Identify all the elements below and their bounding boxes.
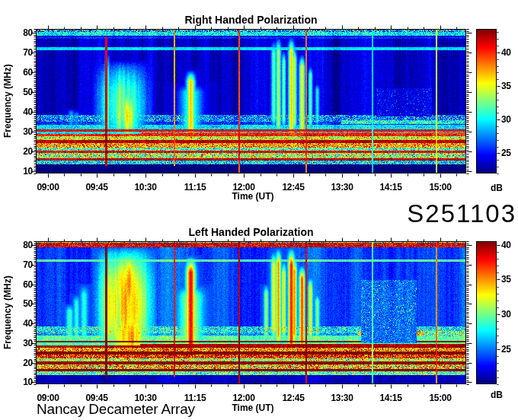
x-tick-label: 09:45 [81, 393, 113, 403]
y-tick-label: 10 [12, 166, 33, 177]
y-tick-label: 30 [12, 126, 33, 137]
rh-y-axis-label: Frequency (MHz) [2, 29, 13, 173]
colorbar-tick-label: 40 [501, 240, 518, 250]
x-tick-label: 12:00 [228, 393, 260, 403]
x-tick-label: 10:30 [130, 182, 161, 192]
colorbar-tick-label: 35 [501, 81, 518, 91]
x-tick-label: 12:45 [277, 182, 309, 192]
event-id: S251103 [379, 199, 516, 228]
rh-colorbar-canvas [476, 29, 497, 173]
colorbar-tick-label: 35 [501, 274, 518, 285]
x-tick-label: 13:30 [326, 182, 358, 192]
y-tick-label: 30 [12, 338, 33, 348]
lh-colorbar-canvas [476, 241, 497, 384]
y-tick-label: 50 [12, 298, 33, 309]
y-tick-label: 70 [12, 259, 33, 270]
x-tick-label: 09:00 [32, 393, 64, 403]
x-tick-label: 09:00 [32, 182, 64, 192]
x-tick-label: 11:15 [179, 182, 211, 192]
y-tick-label: 40 [12, 318, 33, 329]
rh-spectrogram-canvas [36, 29, 466, 173]
colorbar-tick-label: 30 [501, 114, 518, 125]
x-tick-label: 10:30 [130, 393, 161, 403]
x-tick-label: 09:45 [81, 182, 113, 192]
y-tick-label: 60 [12, 67, 33, 78]
rh-colorbar-label: dB [481, 183, 512, 193]
colorbar-tick-label: 30 [501, 309, 518, 320]
nda-spectrogram-figure: Right Handed Polarization Left Handed Po… [0, 0, 518, 420]
y-tick-label: 40 [12, 107, 33, 117]
x-tick-label: 11:15 [179, 393, 211, 403]
x-tick-label: 12:45 [277, 393, 309, 403]
colorbar-tick-label: 25 [501, 148, 518, 158]
x-tick-label: 14:15 [375, 393, 407, 403]
y-tick-label: 20 [12, 358, 33, 368]
x-tick-label: 15:00 [424, 393, 456, 403]
x-tick-label: 14:15 [375, 182, 407, 192]
colorbar-tick-label: 25 [501, 344, 518, 355]
colorbar-tick-label: 40 [501, 47, 518, 58]
y-tick-label: 20 [12, 146, 33, 157]
lh-spectrogram-canvas [36, 241, 466, 384]
instrument-name: Nancay Decameter Array [37, 401, 195, 418]
y-tick-label: 80 [12, 240, 33, 250]
rh-panel-title: Right Handed Polarization [36, 14, 466, 26]
x-tick-label: 12:00 [228, 182, 260, 192]
y-tick-label: 80 [12, 27, 33, 38]
x-tick-label: 15:00 [424, 182, 456, 192]
y-tick-label: 10 [12, 377, 33, 387]
lh-x-axis-label: Time (UT) [222, 402, 283, 413]
y-tick-label: 70 [12, 47, 33, 58]
lh-colorbar-label: dB [481, 390, 512, 400]
y-tick-label: 50 [12, 87, 33, 97]
y-tick-label: 60 [12, 279, 33, 290]
x-tick-label: 13:30 [326, 393, 358, 403]
rh-x-axis-label: Time (UT) [222, 191, 283, 202]
lh-y-axis-label: Frequency (MHz) [2, 241, 13, 384]
